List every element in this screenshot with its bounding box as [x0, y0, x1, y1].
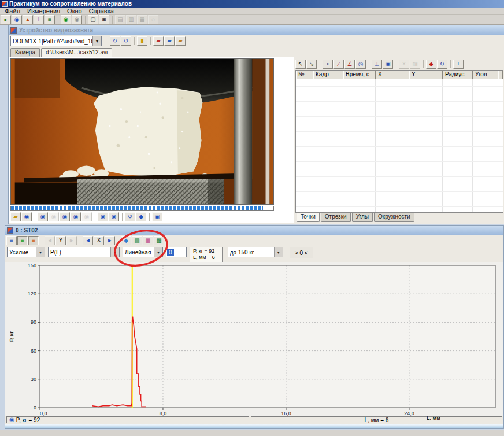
threshold-input[interactable]: 0: [166, 247, 187, 257]
track-button[interactable]: ↘: [306, 60, 317, 69]
scale-combo[interactable]: Линейная ▼: [123, 247, 163, 257]
save-button[interactable]: ▣: [152, 212, 162, 221]
tab-video-file[interactable]: d:\Users\М...\сах512.avi: [41, 48, 112, 57]
to-end-button[interactable]: ◉: [109, 212, 119, 221]
table-row[interactable]: [296, 199, 503, 207]
calibration-button[interactable]: ▲: [23, 15, 33, 24]
refresh-device-button[interactable]: ↻: [110, 36, 120, 46]
lock-button[interactable]: ▮: [137, 36, 147, 46]
chevron-down-icon[interactable]: ▼: [110, 247, 119, 257]
menu-window[interactable]: Окно: [64, 8, 86, 14]
chart-copy-button[interactable]: ▦: [143, 236, 153, 245]
column-header[interactable]: Кадр: [313, 71, 343, 79]
table-row[interactable]: [296, 139, 503, 147]
table-row[interactable]: [296, 207, 503, 212]
segment-tool-button[interactable]: ∕: [333, 60, 344, 69]
menu-help[interactable]: Справка: [86, 8, 117, 14]
chevron-down-icon[interactable]: ▼: [154, 247, 162, 257]
color-button[interactable]: ◆: [426, 60, 436, 69]
circle-tool-button[interactable]: ◎: [355, 60, 366, 69]
frame-back-button[interactable]: ◉: [71, 212, 81, 221]
table-row[interactable]: [296, 94, 503, 102]
table-row[interactable]: [296, 154, 503, 162]
x-next-button[interactable]: ►: [105, 236, 115, 245]
menu-measurements[interactable]: Измерения: [24, 8, 64, 14]
video-display[interactable]: [10, 58, 274, 205]
y-axis-button[interactable]: Y: [55, 236, 66, 245]
column-header[interactable]: Угол: [473, 71, 498, 79]
camera-setup-button[interactable]: ◉: [12, 15, 22, 24]
refresh-table-button[interactable]: ↻: [437, 60, 447, 69]
chevron-down-icon[interactable]: ▼: [274, 247, 283, 257]
column-header[interactable]: №: [296, 71, 313, 79]
select-cursor-button[interactable]: ↖: [295, 60, 306, 69]
tab-отрезки[interactable]: Отрезки: [321, 213, 351, 222]
table-cell: [343, 177, 376, 184]
video-window-button[interactable]: ▢: [88, 15, 98, 24]
attach-button[interactable]: ▰: [164, 36, 175, 46]
signal-combo[interactable]: Усилие ▼: [7, 247, 45, 257]
table-row[interactable]: [296, 102, 503, 109]
clear-chart-button[interactable]: ◆: [121, 236, 131, 245]
add-row-button[interactable]: +: [453, 60, 464, 69]
tab-camera[interactable]: Камера: [10, 48, 40, 57]
play-button[interactable]: ◉: [38, 212, 48, 221]
tab-окружности[interactable]: Окружности: [374, 213, 414, 222]
table-row[interactable]: [296, 109, 503, 117]
tab-углы[interactable]: Углы: [352, 213, 373, 222]
experiment-list-button[interactable]: ≡: [45, 15, 55, 24]
stop-button[interactable]: ◉: [60, 212, 70, 221]
to-start-button[interactable]: ◉: [98, 212, 108, 221]
series-list-blue-button[interactable]: ≡: [6, 236, 17, 245]
table-row[interactable]: [296, 124, 503, 132]
settings-button[interactable]: ▰: [175, 36, 186, 46]
table-row[interactable]: [296, 177, 503, 184]
chart-export-button[interactable]: ▩: [154, 236, 164, 245]
x-axis-button[interactable]: X: [94, 236, 104, 245]
snapshot-button[interactable]: ◙: [99, 15, 109, 24]
undo-button[interactable]: ↺: [125, 212, 135, 221]
point-tool-button[interactable]: •: [323, 60, 333, 69]
chart-snapshot-button[interactable]: ▤: [132, 236, 142, 245]
open-video-button[interactable]: ▰: [10, 212, 21, 221]
table-row[interactable]: [296, 87, 503, 94]
table-row[interactable]: [296, 132, 503, 139]
column-header[interactable]: X: [376, 71, 409, 79]
chevron-down-icon[interactable]: ▼: [92, 36, 101, 46]
chevron-down-icon[interactable]: ▼: [36, 247, 45, 257]
table-row[interactable]: [296, 79, 503, 87]
connect-button[interactable]: ▸: [1, 15, 11, 24]
edit-marks-button[interactable]: ▰: [153, 36, 164, 46]
table-cell: [376, 169, 409, 176]
table-row[interactable]: [296, 192, 503, 199]
table-row[interactable]: [296, 117, 503, 124]
table-row[interactable]: [296, 147, 503, 154]
menu-file[interactable]: Файл: [1, 8, 24, 14]
device-combo[interactable]: DOLM1X-1|Path:\\?\usb#vid_1bc ▼: [10, 36, 102, 46]
start-measure-button[interactable]: ◉: [61, 15, 71, 24]
stop-measure-button[interactable]: ◉: [72, 15, 82, 24]
frame-ref-button[interactable]: ▣: [383, 60, 393, 69]
refresh-list-button[interactable]: ↺: [121, 36, 131, 46]
x-prev-button[interactable]: ◄: [83, 236, 93, 245]
goto-frame-button[interactable]: ◆: [136, 212, 146, 221]
angle-tool-button[interactable]: ∠: [344, 60, 355, 69]
text-tool-button[interactable]: T: [34, 15, 44, 24]
column-header[interactable]: Радиус: [443, 71, 473, 79]
function-combo[interactable]: P(L) ▼: [48, 247, 120, 257]
column-header[interactable]: Время, с: [343, 71, 376, 79]
table-cell: [376, 109, 409, 116]
zero-button[interactable]: > 0 <: [290, 247, 313, 258]
axes-button[interactable]: ⊥: [372, 60, 382, 69]
capture-button[interactable]: ◉: [21, 212, 32, 221]
column-header[interactable]: Y: [409, 71, 443, 79]
table-row[interactable]: [296, 184, 503, 192]
series-list-green-button[interactable]: ≡: [17, 236, 28, 245]
tab-точки[interactable]: Точки: [297, 213, 320, 222]
goto-icon: ◆: [139, 214, 143, 220]
range-combo[interactable]: до 150 кг ▼: [228, 247, 283, 257]
table-row[interactable]: [296, 169, 503, 177]
series-list-orange-button[interactable]: ≡: [28, 236, 39, 245]
video-progress-bar[interactable]: [10, 206, 274, 211]
table-row[interactable]: [296, 162, 503, 169]
